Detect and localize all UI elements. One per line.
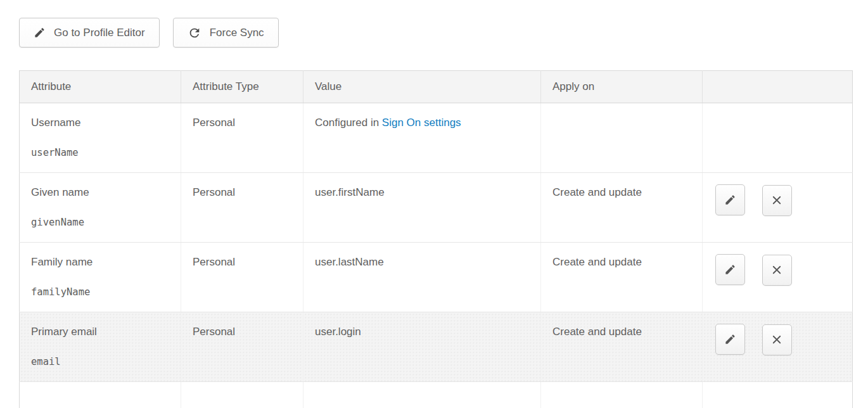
x-icon [771,334,782,345]
attribute-type-cell: Personal [181,173,303,243]
x-icon [771,194,782,206]
attribute-label: Username [31,117,169,129]
attribute-cell: Primary email email [20,312,181,382]
actions-cell [703,382,853,408]
attribute-name: familyName [31,286,169,298]
apply-on-cell [541,103,703,173]
attribute-name: givenName [31,216,169,229]
attribute-name: userName [31,146,169,159]
table-row: Primary email email Personal user.login … [20,312,853,382]
value-cell: user.login [303,312,541,382]
value-cell: user.lastName [303,243,541,312]
remove-attribute-button[interactable] [762,185,792,216]
attribute-type-cell [181,382,303,408]
toolbar: Go to Profile Editor Force Sync [19,18,868,48]
remove-attribute-button[interactable] [762,324,792,355]
apply-on-cell: Create and update [541,173,703,243]
attribute-label: Primary email [31,326,169,338]
pencil-icon [724,264,736,276]
column-header-actions [703,71,853,103]
force-sync-label: Force Sync [210,27,264,39]
attribute-cell: Username userName [20,103,181,173]
pencil-icon [34,27,46,39]
column-header-attribute-type: Attribute Type [181,71,303,103]
apply-on-cell [541,382,703,408]
go-to-profile-editor-button[interactable]: Go to Profile Editor [19,18,160,48]
attribute-label: Family name [31,256,169,269]
actions-cell [703,103,853,173]
column-header-apply-on: Apply on [541,71,703,103]
refresh-icon [188,26,201,40]
table-row: Username userName Personal Configured in… [20,103,853,173]
attribute-type-cell: Personal [181,103,303,173]
apply-on-cell: Create and update [541,243,703,312]
table-row: Family name familyName Personal user.las… [20,243,853,312]
pencil-icon [724,194,736,206]
remove-attribute-button[interactable] [762,255,792,286]
edit-attribute-button[interactable] [715,184,745,215]
pencil-icon [724,333,736,345]
go-to-profile-editor-label: Go to Profile Editor [54,27,145,39]
value-cell: user.firstName [303,173,541,243]
attribute-label: Given name [31,186,169,199]
column-header-attribute: Attribute [20,71,181,103]
value-cell: Configured in Sign On settings [303,103,541,173]
actions-cell [703,312,853,382]
attribute-mappings-page: Go to Profile Editor Force Sync Attribut… [0,0,868,408]
apply-on-cell: Create and update [541,312,703,382]
actions-cell [703,173,853,243]
column-header-value: Value [303,71,541,103]
attribute-cell: Given name givenName [20,173,181,243]
value-cell [303,382,541,408]
edit-attribute-button[interactable] [715,254,745,285]
table-header-row: Attribute Attribute Type Value Apply on [20,71,853,103]
attribute-cell: Family name familyName [20,243,181,312]
force-sync-button[interactable]: Force Sync [173,18,279,48]
sign-on-settings-link[interactable]: Sign On settings [382,117,461,129]
attribute-type-cell: Personal [181,243,303,312]
attribute-mapping-table: Attribute Attribute Type Value Apply on … [19,70,853,408]
edit-attribute-button[interactable] [715,324,745,355]
attribute-name: email [31,355,169,368]
table-row: Given name givenName Personal user.first… [20,173,853,243]
value-text: Configured in [315,117,382,129]
attribute-cell [20,382,181,408]
attribute-type-cell: Personal [181,312,303,382]
x-icon [771,264,782,276]
actions-cell [703,243,853,312]
table-row [20,382,853,408]
